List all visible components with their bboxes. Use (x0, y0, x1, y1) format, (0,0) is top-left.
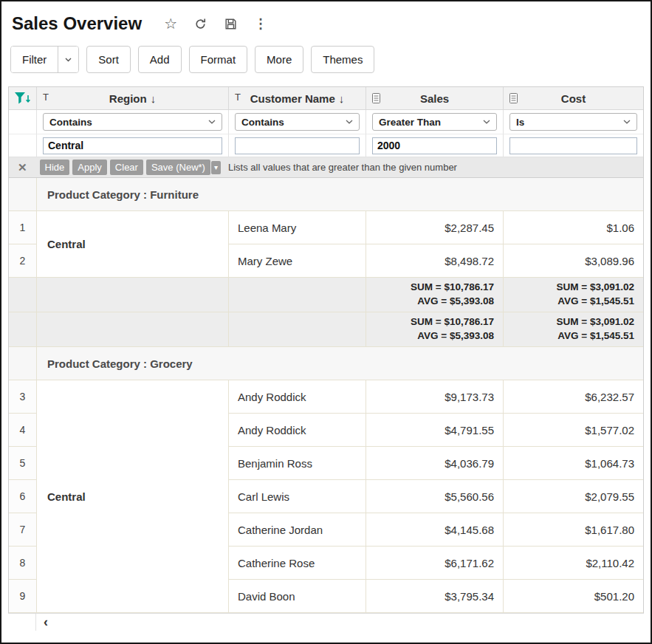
row-number: 8 (9, 547, 37, 580)
number-type-icon (372, 93, 380, 106)
text-type-icon: T (43, 92, 49, 103)
page-title: Sales Overview (12, 13, 142, 34)
region-filter-input[interactable] (43, 137, 222, 154)
sales-filter-input[interactable] (372, 137, 497, 154)
save-icon[interactable] (224, 17, 238, 31)
chevron-down-icon (346, 120, 353, 124)
sales-cell: $3,795.34 (366, 580, 504, 613)
apply-button[interactable]: Apply (72, 160, 107, 175)
region-condition-select[interactable]: Contains (43, 113, 222, 131)
cost-condition-select[interactable]: Is (509, 113, 637, 131)
row-number: 6 (9, 480, 37, 513)
cost-cell: $2,079.55 (504, 480, 643, 513)
report-table: T Region ↓ T Customer Name ↓ Sales Cost (8, 86, 644, 613)
cost-cell: $1,064.73 (504, 447, 643, 480)
row-number: 5 (9, 447, 37, 480)
sales-cell: $6,171.62 (366, 547, 504, 580)
scroll-left-icon[interactable]: ‹ (36, 614, 48, 630)
cost-cell: $1,617.80 (504, 513, 643, 547)
sales-cell: $5,560.56 (366, 480, 504, 513)
report-window: Sales Overview ☆ ⋮ Filter Sort Add Forma… (0, 0, 652, 644)
save-new-button[interactable]: Save (New*) (146, 160, 210, 175)
sort-desc-icon[interactable]: ↓ (339, 92, 345, 105)
customer-cell: Carl Lewis (229, 480, 366, 513)
customer-cell: Benjamin Ross (229, 447, 366, 480)
format-button[interactable]: Format (189, 46, 248, 73)
chevron-down-icon (483, 120, 490, 124)
more-button[interactable]: More (255, 46, 303, 73)
cost-cell: $1.06 (504, 211, 643, 244)
row-number: 2 (9, 244, 37, 278)
column-header-row: T Region ↓ T Customer Name ↓ Sales Cost (9, 87, 643, 110)
cost-cell: $6,232.57 (504, 380, 643, 414)
sales-column-header[interactable]: Sales (366, 87, 504, 110)
more-options-kebab-icon[interactable]: ⋮ (254, 17, 267, 30)
customer-cell: Andy Roddick (229, 380, 366, 414)
sales-cell: $4,791.55 (366, 414, 504, 447)
cost-filter-input[interactable] (509, 137, 637, 154)
save-dropdown-caret[interactable]: ▾ (211, 161, 221, 174)
horizontal-scrollbar[interactable]: ‹ (8, 613, 644, 631)
group-header-grocery: Product Category : Grocery (9, 347, 643, 380)
filter-funnel-cell[interactable] (9, 87, 37, 110)
number-type-icon (509, 93, 518, 106)
sales-cell: $4,145.68 (366, 513, 504, 547)
furniture-summary-rows: SUM = $10,786.17 AVG = $5,393.08 SUM = $… (9, 278, 643, 347)
region-column-header[interactable]: T Region ↓ (37, 87, 229, 110)
row-number: 1 (9, 211, 37, 244)
sales-cell: $8,498.72 (366, 244, 504, 278)
group-label: Product Category : Furniture (37, 178, 643, 211)
sales-cell: $4,036.79 (366, 447, 504, 480)
filter-dropdown-caret[interactable] (58, 47, 78, 72)
customer-cell: Catherine Rose (229, 547, 366, 580)
cost-total-cell: SUM = $3,091.02 AVG = $1,545.51 (504, 312, 643, 347)
group-label: Product Category : Grocery (37, 347, 643, 380)
customer-column-header[interactable]: T Customer Name ↓ (229, 87, 366, 110)
close-filter-icon[interactable]: ✕ (18, 161, 27, 174)
hide-button[interactable]: Hide (40, 160, 70, 175)
customer-cell: Catherine Jordan (229, 513, 366, 547)
add-button[interactable]: Add (138, 46, 182, 73)
refresh-icon[interactable] (193, 17, 207, 31)
sales-subtotal-cell: SUM = $10,786.17 AVG = $5,393.08 (366, 278, 504, 312)
customer-cell: Leena Mary (229, 211, 366, 244)
sort-button[interactable]: Sort (86, 46, 131, 73)
region-cell: Central (37, 380, 229, 613)
cost-cell: $1,577.02 (504, 414, 643, 447)
title-bar: Sales Overview ☆ ⋮ (1, 1, 651, 37)
cost-cell: $3,089.96 (504, 244, 643, 278)
filter-description: Lists all values that are greater than t… (228, 162, 457, 173)
report-toolbar: Filter Sort Add Format More Themes (1, 37, 651, 73)
sales-condition-select[interactable]: Greater Than (372, 113, 497, 131)
cost-column-header[interactable]: Cost (504, 87, 643, 110)
sales-total-cell: SUM = $10,786.17 AVG = $5,393.08 (366, 312, 504, 347)
chevron-down-icon (623, 120, 631, 124)
filter-action-bar: ✕ Hide Apply Clear Save (New*) ▾ Lists a… (9, 157, 643, 178)
filter-button[interactable]: Filter (11, 47, 58, 72)
favorite-star-icon[interactable]: ☆ (164, 16, 177, 31)
customer-filter-input[interactable] (235, 137, 360, 154)
text-type-icon: T (235, 92, 241, 103)
sales-cell: $2,287.45 (366, 211, 504, 244)
region-cell: Central (37, 211, 229, 278)
clear-button[interactable]: Clear (110, 160, 143, 175)
themes-button[interactable]: Themes (311, 46, 374, 73)
filter-value-row (9, 134, 643, 157)
sales-cell: $9,173.73 (366, 380, 504, 414)
cost-subtotal-cell: SUM = $3,091.02 AVG = $1,545.51 (504, 278, 643, 312)
customer-cell: Andy Roddick (229, 414, 366, 447)
grocery-rows: 3 Central Andy Roddick $9,173.73 $6,232.… (9, 380, 643, 613)
scrollbar-corner (8, 614, 36, 631)
cost-cell: $501.20 (504, 580, 643, 613)
filter-funnel-icon (14, 91, 31, 106)
group-header-furniture: Product Category : Furniture (9, 178, 643, 211)
chevron-down-icon (208, 120, 216, 124)
furniture-rows: 1 Central Leena Mary $2,287.45 $1.06 2 M… (9, 211, 643, 278)
row-number: 3 (9, 380, 37, 414)
row-number: 4 (9, 414, 37, 447)
row-number: 9 (9, 580, 37, 613)
customer-cell: Mary Zewe (229, 244, 366, 278)
customer-cell: David Boon (229, 580, 366, 613)
sort-desc-icon[interactable]: ↓ (151, 92, 157, 105)
customer-condition-select[interactable]: Contains (235, 113, 360, 131)
